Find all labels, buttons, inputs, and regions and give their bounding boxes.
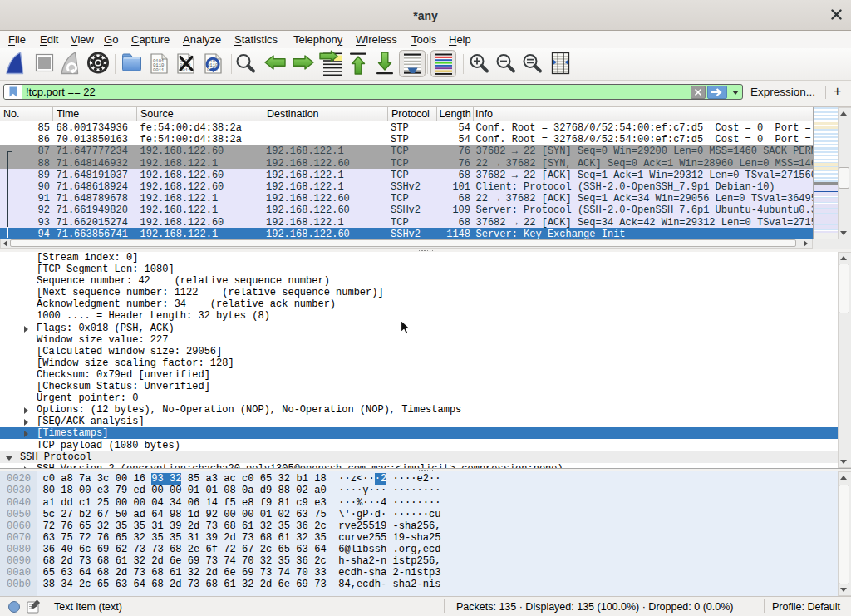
svg-text:0011: 0011 xyxy=(153,67,165,73)
